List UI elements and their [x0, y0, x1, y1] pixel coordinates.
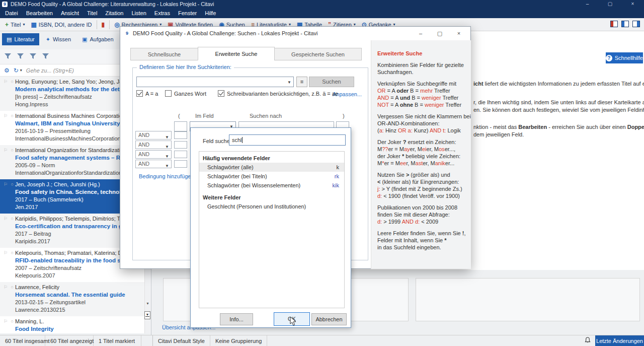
- tab-erweiterte-suche[interactable]: Erweiterte Suche: [198, 47, 275, 60]
- entry-authors: Manning, L.: [15, 318, 143, 324]
- filter-project-icon[interactable]: [42, 53, 49, 61]
- gear-icon[interactable]: ⚙: [4, 67, 10, 74]
- help-line: j: > Y (findet mit Z beginnende Zs.): [377, 185, 465, 192]
- field-row[interactable]: Geschlecht (Personen und Institutionen): [199, 202, 344, 211]
- field-label: Geschlecht (Personen und Institutionen): [207, 202, 306, 211]
- toolbar-separator: [97, 20, 97, 29]
- dialog-maximize-icon[interactable]: ▢: [430, 27, 449, 40]
- operator-combobox[interactable]: AND▼: [135, 160, 172, 168]
- field-row[interactable]: Schlagwörter (bei Wissenselementen)kik: [199, 181, 344, 190]
- list-item[interactable]: ⚐ ○Manning, L.Food Integrity: [0, 316, 144, 333]
- layout-left-icon[interactable]: [610, 21, 618, 27]
- help-paragraph: Kombinieren Sie Felder für gezielteSucha…: [377, 61, 465, 76]
- help-heading: Erweiterte Suche: [377, 50, 465, 57]
- bell-icon[interactable]: [580, 337, 595, 344]
- menu-item-ansicht[interactable]: Ansicht: [57, 8, 83, 18]
- minimize-icon[interactable]: –: [576, 0, 599, 8]
- last-changes-button[interactable]: Letzte Änderungen: [595, 335, 644, 346]
- help-line: AND = A und B = weniger Treffer: [377, 94, 465, 101]
- tab-gespeicherte-suchen[interactable]: Gespeicherte Suchen: [274, 48, 362, 60]
- open-paren-input[interactable]: [174, 121, 187, 131]
- help-panel: Erweiterte Suche Kombinieren Sie Felder …: [371, 40, 471, 269]
- close-icon[interactable]: ×: [621, 0, 644, 8]
- help-line: finden Sie mit dieser Abfrage:: [377, 211, 465, 218]
- toolbar-button-add-title[interactable]: +Titel▾: [2, 19, 28, 30]
- help-paragraph: Nutzen Sie > (größer als) und< (kleiner …: [377, 171, 465, 199]
- detail-text-fragment: en. Sie können dort auch festlegen, wiev…: [473, 107, 644, 113]
- grouping-selector[interactable]: Keine Gruppierung: [210, 335, 267, 346]
- menu-item-titel[interactable]: Titel: [83, 8, 101, 18]
- flag-circle-icons: ⚐ ○: [4, 113, 15, 118]
- open-paren-input[interactable]: [174, 151, 187, 158]
- help-paragraph: Leere Felder finden Sie, wenn Sie !,Feld…: [377, 230, 465, 251]
- layout-right-icon[interactable]: [632, 21, 640, 27]
- menu-item-hilfe[interactable]: Hilfe: [201, 8, 220, 18]
- scroll-down-icon[interactable]: ▾: [145, 301, 150, 306]
- search-button[interactable]: Suchen: [309, 77, 354, 87]
- toolbar-button-device[interactable]: ▮: [99, 19, 108, 30]
- add-title-icon: +: [5, 22, 9, 28]
- flag-circle-icons: ⚐ ○: [4, 182, 15, 187]
- query-combobox[interactable]: ▼: [136, 77, 294, 87]
- add-condition-link[interactable]: Bedingung hinzufügen: [139, 173, 194, 179]
- context-panel: [416, 278, 640, 321]
- menu-item-bearbeiten[interactable]: Bearbeiten: [22, 8, 57, 18]
- toolbar-separator: [109, 20, 110, 29]
- layout-middle-icon[interactable]: [621, 21, 629, 27]
- filter-flag-icon[interactable]: [4, 53, 12, 61]
- schnellhilfe-button[interactable]: ? Schnellhilfe: [606, 52, 643, 63]
- citation-style-selector[interactable]: Citavi Default Style: [153, 335, 210, 346]
- wissen-icon: ✦: [46, 36, 50, 43]
- dialog-close-icon[interactable]: ×: [449, 27, 468, 40]
- menu-item-extras[interactable]: Extras: [150, 8, 174, 18]
- open-paren-input[interactable]: [174, 160, 187, 168]
- tab-schnellsuche[interactable]: Schnellsuche: [130, 48, 198, 60]
- sidebar-tab-wissen[interactable]: ✦Wissen: [41, 33, 75, 45]
- open-paren-input[interactable]: [174, 131, 187, 139]
- menu-item-fenster[interactable]: Fenster: [174, 8, 201, 18]
- cancel-button[interactable]: Abbrechen: [311, 313, 347, 325]
- operator-combobox[interactable]: AND▼: [135, 131, 172, 140]
- field-row[interactable]: Schlagwörter (alle)k: [199, 163, 344, 172]
- field-row[interactable]: Schlagwörter (bei Titeln)rk: [199, 172, 344, 181]
- field-label: Schlagwörter (bei Titeln): [207, 172, 267, 181]
- aufgaben-icon: ▣: [82, 36, 87, 43]
- col-open-paren: (: [178, 113, 180, 119]
- menu-item-listen[interactable]: Listen: [127, 8, 150, 18]
- refresh-icon[interactable]: ↻: [14, 67, 19, 74]
- menu-item-zitation[interactable]: Zitation: [101, 8, 127, 18]
- field-chooser-popup: Feld suchen: schl Häufig verwendete Feld…: [190, 127, 351, 328]
- sidebar-tab-literatur[interactable]: ▤Literatur: [2, 33, 39, 45]
- goto-input[interactable]: Gehe zu... (Strg+E): [26, 67, 74, 74]
- filter-label-icon[interactable]: [29, 53, 37, 61]
- field-search-input[interactable]: schl: [229, 134, 346, 146]
- toolbar-button-isbn-doi[interactable]: ▦ISBN, DOI, andere ID: [28, 19, 95, 30]
- checkbox-box[interactable]: [165, 90, 172, 97]
- field-section-header: Häufig verwendete Felder: [199, 154, 344, 163]
- filter-circle-icon[interactable]: [17, 53, 24, 61]
- checkbox-box[interactable]: [136, 90, 143, 97]
- list-item[interactable]: ⚐ ○Lawrence, FelicityHorsemeat scandal. …: [0, 282, 144, 316]
- checkbox-box[interactable]: [218, 90, 224, 97]
- scroll-to-end-icon[interactable]: ▼: [144, 311, 150, 319]
- help-line: M??er = Mayer, Meier, Moser...,: [377, 146, 465, 153]
- maximize-icon[interactable]: ▢: [599, 0, 621, 8]
- help-paragraph: Der Joker ? ersetzt ein Zeichen:M??er = …: [377, 139, 465, 167]
- query-menu-button[interactable]: ≡: [296, 77, 307, 87]
- info-button[interactable]: Info...: [220, 313, 253, 325]
- help-line: < (kleiner als) für Eingrenzungen:: [377, 178, 465, 185]
- checkbox-label: Ganzes Wort: [174, 91, 206, 97]
- help-line: Felder mit Inhalt, wenn Sie *: [377, 237, 465, 244]
- dialog-minimize-icon[interactable]: –: [411, 27, 430, 40]
- main-window-title: DEMO Food Quality - A Global Challenge: …: [11, 1, 214, 7]
- operator-combobox[interactable]: AND▼: [135, 141, 172, 149]
- open-paren-input[interactable]: [174, 141, 187, 149]
- flag-circle-icons: ⚐ ○: [4, 250, 15, 255]
- sidebar-tab-aufgaben[interactable]: ▣Aufgaben: [77, 33, 118, 45]
- operator-combobox[interactable]: AND▼: [135, 150, 172, 159]
- help-line: Nutzen Sie > (größer als) und: [377, 171, 465, 178]
- menu-item-datei[interactable]: Datei: [1, 8, 22, 18]
- chevron-down-icon[interactable]: ▾: [20, 68, 22, 73]
- col-im-feld: Im Feld: [195, 113, 214, 119]
- checkbox-2: Schreibvarianten berücksichtigen, z.B. ä…: [218, 90, 338, 97]
